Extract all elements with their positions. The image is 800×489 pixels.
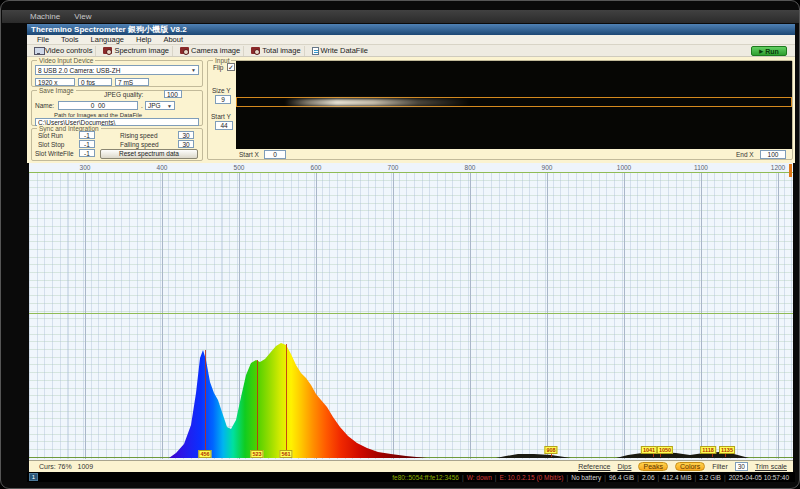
extension-dot: .	[141, 102, 143, 109]
resolution-box: 1920 x	[35, 78, 75, 86]
latency-box: 7 mS	[115, 78, 149, 86]
total-image-button[interactable]: Total image	[248, 46, 304, 56]
status-memory: 412.4 MiB	[662, 474, 691, 481]
slot-run-field[interactable]: -1	[79, 131, 95, 139]
menu-tools[interactable]: Tools	[61, 35, 79, 44]
filter-field[interactable]: 30	[735, 462, 748, 471]
save-image-groupbox: Save Image JPEG quality: 100 Name: 0_00 …	[31, 90, 203, 126]
slot-writefile-label: Slot WriteFile	[35, 150, 74, 157]
menu-about[interactable]: About	[163, 35, 183, 44]
reset-spectrum-button[interactable]: Reset spectrum data	[100, 149, 198, 159]
jpeg-quality-field[interactable]: 100	[164, 90, 182, 98]
rising-speed-field[interactable]: 30	[178, 131, 194, 139]
spectrum-chart: 300 400 500 600 700 800 900 1000 1100 12…	[29, 163, 793, 460]
chart-bottom-bar: Curs: 76% 1009 Reference Dips Peaks Colo…	[29, 460, 793, 472]
size-y-field[interactable]: 9	[215, 95, 231, 104]
slot-writefile-field[interactable]: -1	[79, 149, 95, 157]
reference-button[interactable]: Reference	[578, 463, 610, 470]
status-battery: No battery	[571, 474, 601, 481]
status-clock: 2025-04-05 10:57:40	[729, 474, 789, 481]
menu-help[interactable]: Help	[136, 35, 151, 44]
workspace-badge[interactable]: 1	[29, 473, 38, 481]
format-select[interactable]: JPG ▼	[145, 101, 175, 110]
name-field[interactable]: 0_00	[58, 101, 138, 110]
scan-selection-band[interactable]	[236, 97, 792, 107]
app-menubar: File Tools Language Help About	[27, 35, 795, 45]
menu-language[interactable]: Language	[91, 35, 124, 44]
app-titlebar[interactable]: Theremino Spectrometer 銀狗小機版 V8.2	[27, 24, 795, 35]
write-datafile-label: Write DataFile	[321, 46, 368, 55]
x-tick: 300	[80, 164, 91, 171]
slot-run-label: Slot Run	[38, 132, 63, 139]
write-datafile-button[interactable]: Write DataFile	[309, 46, 371, 56]
vm-menu-machine[interactable]: Machine	[30, 12, 60, 21]
gridline-major	[470, 172, 471, 459]
video-controls-label: Video controls	[45, 46, 92, 55]
fps-box: 0 fps	[78, 78, 112, 86]
status-ethernet: E: 10.0.2.15 (0 Mbit/s)	[500, 474, 564, 481]
camera-select-value: 8 USB 2.0 Camera: USB-ZH	[38, 67, 120, 74]
x-tick: 1200	[771, 164, 785, 171]
camera-image-label: Camera image	[191, 46, 240, 55]
x-tick: 500	[234, 164, 245, 171]
run-label: Run	[765, 48, 779, 55]
vm-window: Machine View Theremino Spectrometer 銀狗小機…	[0, 0, 800, 489]
x-tick: 600	[311, 164, 322, 171]
vm-menu-view[interactable]: View	[74, 12, 91, 21]
cursor-readout: Curs: 76% 1009	[29, 463, 93, 470]
total-image-label: Total image	[262, 46, 300, 55]
peak-label: 1041	[641, 446, 657, 454]
dips-button[interactable]: Dips	[617, 463, 631, 470]
gridline-major	[778, 172, 779, 459]
camera-image-button[interactable]: Camera image	[177, 46, 244, 56]
peak-label: 561	[279, 450, 292, 458]
status-disk: 96.4 GiB	[609, 474, 634, 481]
monitor-icon	[34, 47, 43, 55]
save-image-group-label: Save Image	[37, 87, 76, 94]
x-tick: 900	[542, 164, 553, 171]
spectrum-image-button[interactable]: Spectrum image	[100, 46, 173, 56]
x-tick: 1100	[694, 164, 708, 171]
start-y-field[interactable]: 44	[215, 121, 233, 130]
sync-groupbox: Sync and Integration Slot Run -1 Rising …	[31, 128, 203, 161]
spectrum-streak	[285, 99, 470, 106]
start-x-label: Start X	[239, 151, 259, 158]
falling-speed-label: Falling speed	[120, 141, 159, 148]
start-x-field[interactable]: 0	[264, 150, 286, 159]
app-title: Theremino Spectrometer 銀狗小機版 V8.2	[31, 24, 187, 35]
camera-preview[interactable]	[236, 61, 792, 149]
gridline-major	[393, 172, 394, 459]
gridline-major	[624, 172, 625, 459]
menu-file[interactable]: File	[37, 35, 49, 44]
falling-speed-field[interactable]: 30	[178, 140, 194, 148]
peak-label: 908	[544, 446, 557, 454]
slot-stop-label: Slot Stop	[38, 141, 64, 148]
scroll-position-marker[interactable]	[789, 164, 792, 177]
colors-button[interactable]: Colors	[675, 462, 705, 471]
plot-area	[29, 172, 793, 459]
flip-checkbox[interactable]: ✓	[227, 63, 235, 71]
status-ipv6: fe80::5054:ff:fe12:3456	[392, 474, 459, 481]
chevron-down-icon: ▼	[167, 103, 172, 109]
trim-scale-button[interactable]: Trim scale	[755, 463, 787, 470]
peaks-button[interactable]: Peaks	[638, 462, 667, 471]
status-load: 2.06	[642, 474, 655, 481]
format-select-value: JPG	[148, 102, 161, 109]
slot-stop-field[interactable]: -1	[79, 140, 95, 148]
camera-select[interactable]: 8 USB 2.0 Camera: USB-ZH ▼	[35, 65, 199, 75]
system-statusbar: 1 fe80::5054:ff:fe12:3456| W: down| E: 1…	[27, 472, 795, 482]
peak-label: 1118	[700, 446, 716, 454]
end-x-field[interactable]: 100	[760, 150, 786, 159]
peak-label: 456	[198, 450, 211, 458]
filter-label: Filter	[712, 463, 728, 470]
camera-icon	[180, 47, 189, 54]
video-input-group-label: Video Input Device	[37, 57, 95, 64]
input-groupbox: Input Flip ✓ Size Y 9 Start Y 44 Start X…	[207, 60, 793, 160]
reference-line-mid	[29, 313, 793, 314]
run-button[interactable]: ▶ Run	[751, 46, 787, 56]
peak-label: 1135	[719, 446, 735, 454]
end-x-label: End X	[736, 151, 754, 158]
status-swap: 3.2 GiB	[699, 474, 721, 481]
video-controls-button[interactable]: Video controls	[31, 46, 96, 56]
gridline-major	[701, 172, 702, 459]
